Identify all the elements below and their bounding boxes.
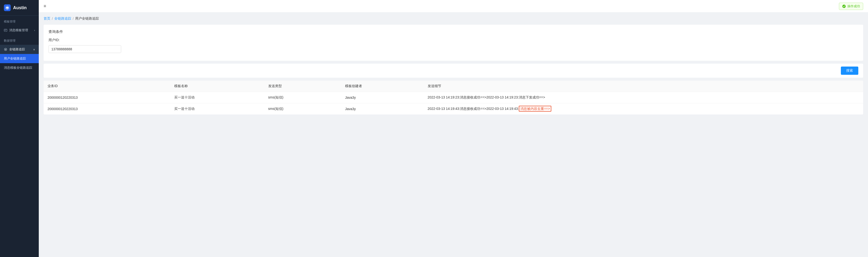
cell-business-id: 2000000120220313 bbox=[43, 92, 170, 103]
table-row: 2000000120220313 买一送十活动 sms(短信) Java3y 2… bbox=[43, 92, 863, 103]
cell-creator: Java3y bbox=[341, 92, 424, 103]
breadcrumb-sep2: / bbox=[73, 17, 74, 21]
sidebar-section-template: 模板管理 消息模板管理 › bbox=[0, 16, 39, 35]
sidebar-item-label: 用户全链路追踪 bbox=[4, 57, 26, 61]
sidebar-item-message-template-mgmt[interactable]: 消息模板管理 › bbox=[0, 26, 39, 35]
sidebar: Austin 模板管理 消息模板管理 › 数据管理 全链路追踪 ∨ 用户全链路追… bbox=[0, 0, 39, 257]
success-badge: 操作成功 bbox=[839, 3, 863, 10]
success-text: 操作成功 bbox=[847, 4, 860, 8]
cell-template-name: 买一送十活动 bbox=[170, 92, 264, 103]
sidebar-section-data: 数据管理 全链路追踪 ∨ 用户全链路追踪 消息模板全链路追踪 bbox=[0, 35, 39, 72]
detail-prefix: 2022-03-13 14:19:43:消息接收成功==>2022-03-13 … bbox=[428, 107, 519, 111]
cell-send-type: sms(短信) bbox=[265, 92, 341, 103]
sidebar-item-label: 消息模板全链路追踪 bbox=[4, 66, 32, 70]
chevron-right-icon: › bbox=[34, 29, 35, 32]
sidebar-item-message-template-trace[interactable]: 消息模板全链路追踪 bbox=[0, 63, 39, 72]
breadcrumb-parent[interactable]: 全链路追踪 bbox=[54, 16, 71, 21]
col-business-id: 业务ID bbox=[43, 81, 170, 92]
query-section-title: 查询条件 bbox=[49, 30, 858, 34]
table-section: 业务ID 模板名称 发送类型 模板创建者 发送细节 20000001202203… bbox=[43, 81, 863, 114]
table-header-row: 业务ID 模板名称 发送类型 模板创建者 发送细节 bbox=[43, 81, 863, 92]
section-label-template: 模板管理 bbox=[0, 16, 39, 26]
cell-template-name: 买一送十活动 bbox=[170, 103, 264, 115]
topbar: ≡ 操作成功 bbox=[39, 0, 868, 12]
check-circle-icon bbox=[842, 4, 846, 8]
app-name: Austin bbox=[13, 5, 27, 10]
search-button[interactable]: 搜索 bbox=[841, 67, 858, 75]
search-row: 搜索 bbox=[43, 64, 863, 78]
data-icon bbox=[4, 48, 7, 51]
sidebar-item-label: 消息模板管理 bbox=[9, 28, 28, 32]
cell-business-id: 2000000120220313 bbox=[43, 103, 170, 115]
col-send-type: 发送类型 bbox=[265, 81, 341, 92]
user-id-input[interactable] bbox=[49, 45, 121, 53]
menu-icon[interactable]: ≡ bbox=[43, 4, 46, 9]
cell-detail-highlight: 2022-03-13 14:19:43:消息接收成功==>2022-03-13 … bbox=[424, 103, 863, 115]
app-logo: Austin bbox=[0, 0, 39, 16]
results-table: 业务ID 模板名称 发送类型 模板创建者 发送细节 20000001202203… bbox=[43, 81, 863, 114]
cell-detail: 2022-03-13 14:19:23:消息接收成功==>2022-03-13 … bbox=[424, 92, 863, 103]
section-label-data: 数据管理 bbox=[0, 35, 39, 45]
user-id-row: 用户ID: bbox=[49, 38, 858, 42]
breadcrumb-current: 用户全链路追踪 bbox=[75, 16, 99, 21]
sidebar-item-label: 全链路追踪 bbox=[9, 47, 25, 51]
sidebar-item-full-chain-trace[interactable]: 全链路追踪 ∨ bbox=[0, 45, 39, 54]
layers-icon bbox=[4, 4, 11, 11]
main-area: ≡ 操作成功 首页 / 全链路追踪 / 用户全链路追踪 查询条件 用户I bbox=[39, 0, 868, 257]
topbar-right: 操作成功 bbox=[839, 3, 863, 10]
svg-rect-1 bbox=[4, 29, 7, 32]
content-area: 首页 / 全链路追踪 / 用户全链路追踪 查询条件 用户ID: 搜索 bbox=[39, 12, 868, 257]
user-id-label: 用户ID: bbox=[49, 38, 60, 42]
user-id-input-row bbox=[49, 45, 858, 53]
message-icon bbox=[4, 29, 7, 32]
col-creator: 模板创建者 bbox=[341, 81, 424, 92]
sidebar-item-user-full-chain-trace[interactable]: 用户全链路追踪 bbox=[0, 54, 39, 63]
col-template-name: 模板名称 bbox=[170, 81, 264, 92]
table-row: 2000000120220313 买一送十活动 sms(短信) Java3y 2… bbox=[43, 103, 863, 115]
topbar-left: ≡ bbox=[43, 4, 46, 9]
table-wrap: 业务ID 模板名称 发送类型 模板创建者 发送细节 20000001202203… bbox=[43, 81, 863, 114]
cell-send-type: sms(短信) bbox=[265, 103, 341, 115]
breadcrumb-home[interactable]: 首页 bbox=[43, 16, 51, 21]
svg-point-5 bbox=[5, 49, 6, 50]
breadcrumb: 首页 / 全链路追踪 / 用户全链路追踪 bbox=[43, 16, 863, 21]
highlight-text: 消息被内容去重==> bbox=[519, 106, 552, 112]
breadcrumb-sep1: / bbox=[52, 17, 53, 21]
query-section: 查询条件 用户ID: bbox=[43, 25, 863, 61]
svg-point-6 bbox=[842, 5, 846, 8]
cell-creator: Java3y bbox=[341, 103, 424, 115]
chevron-down-icon: ∨ bbox=[33, 48, 35, 51]
col-detail: 发送细节 bbox=[424, 81, 863, 92]
